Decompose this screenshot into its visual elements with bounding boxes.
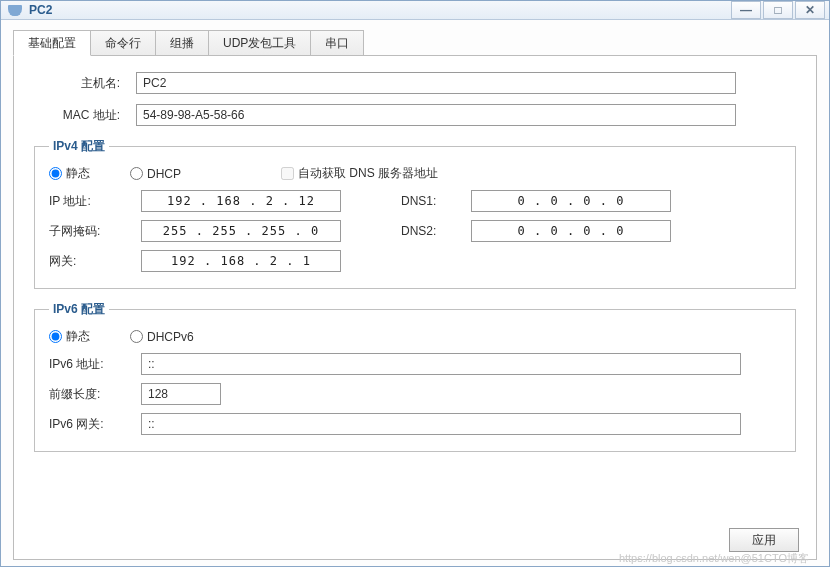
ip-address-input[interactable]: 192 . 168 . 2 . 12 [141,190,341,212]
ipv6-gateway-input[interactable] [141,413,741,435]
maximize-icon: □ [774,3,781,17]
app-window: PC2 — □ ✕ 基础配置 命令行 组播 UDP发包工具 串口 主机名: MA… [0,0,830,567]
mac-input[interactable] [136,104,736,126]
auto-dns-checkbox-input[interactable] [281,167,294,180]
dns1-input[interactable]: 0 . 0 . 0 . 0 [471,190,671,212]
ipv4-radio-dhcp-input[interactable] [130,167,143,180]
ipv4-radio-static[interactable]: 静态 [49,165,90,182]
ipv4-radio-dhcp[interactable]: DHCP [130,167,181,181]
minimize-icon: — [740,3,752,17]
tab-bar: 基础配置 命令行 组播 UDP发包工具 串口 [13,30,817,56]
maximize-button[interactable]: □ [763,1,793,19]
tab-udp-tool[interactable]: UDP发包工具 [208,30,311,56]
ip-address-label: IP 地址: [49,193,135,210]
ipv6-legend: IPv6 配置 [49,301,109,318]
ipv4-radio-static-input[interactable] [49,167,62,180]
ipv6-radio-static-label: 静态 [66,328,90,345]
close-button[interactable]: ✕ [795,1,825,19]
tab-multicast[interactable]: 组播 [155,30,209,56]
ipv6-address-input[interactable] [141,353,741,375]
titlebar: PC2 — □ ✕ [1,1,829,20]
auto-dns-checkbox[interactable]: 自动获取 DNS 服务器地址 [281,165,438,182]
dns1-label: DNS1: [401,194,461,208]
content-area: 基础配置 命令行 组播 UDP发包工具 串口 主机名: MAC 地址: IPv4… [1,20,829,567]
ipv6-radio-static[interactable]: 静态 [49,328,90,345]
tab-panel-basic: 主机名: MAC 地址: IPv4 配置 静态 DHCP [13,55,817,560]
auto-dns-label: 自动获取 DNS 服务器地址 [298,165,438,182]
ipv6-prefix-label: 前缀长度: [49,386,135,403]
minimize-button[interactable]: — [731,1,761,19]
ipv6-radio-dhcp-input[interactable] [130,330,143,343]
watermark-text: https://blog.csdn.net/wen@51CTO博客 [619,551,809,566]
apply-button[interactable]: 应用 [729,528,799,552]
window-title: PC2 [29,3,52,17]
tab-basic[interactable]: 基础配置 [13,30,91,56]
app-icon [7,2,23,18]
ipv6-group: IPv6 配置 静态 DHCPv6 IPv6 地址: 前缀长 [34,301,796,452]
ipv6-prefix-input[interactable] [141,383,221,405]
close-icon: ✕ [805,3,815,17]
tab-serial[interactable]: 串口 [310,30,364,56]
gateway-label: 网关: [49,253,135,270]
ipv6-radio-dhcp-label: DHCPv6 [147,330,194,344]
hostname-input[interactable] [136,72,736,94]
mac-label: MAC 地址: [34,107,120,124]
ipv4-radio-dhcp-label: DHCP [147,167,181,181]
subnet-mask-label: 子网掩码: [49,223,135,240]
tab-cmdline[interactable]: 命令行 [90,30,156,56]
subnet-mask-input[interactable]: 255 . 255 . 255 . 0 [141,220,341,242]
ipv6-radio-static-input[interactable] [49,330,62,343]
ipv6-address-label: IPv6 地址: [49,356,135,373]
hostname-label: 主机名: [34,75,120,92]
ipv4-legend: IPv4 配置 [49,138,109,155]
ipv4-group: IPv4 配置 静态 DHCP 自动获取 DNS 服务器地址 [34,138,796,289]
dns2-input[interactable]: 0 . 0 . 0 . 0 [471,220,671,242]
dns2-label: DNS2: [401,224,461,238]
ipv4-radio-static-label: 静态 [66,165,90,182]
ipv6-gateway-label: IPv6 网关: [49,416,135,433]
gateway-input[interactable]: 192 . 168 . 2 . 1 [141,250,341,272]
ipv6-radio-dhcp[interactable]: DHCPv6 [130,330,194,344]
